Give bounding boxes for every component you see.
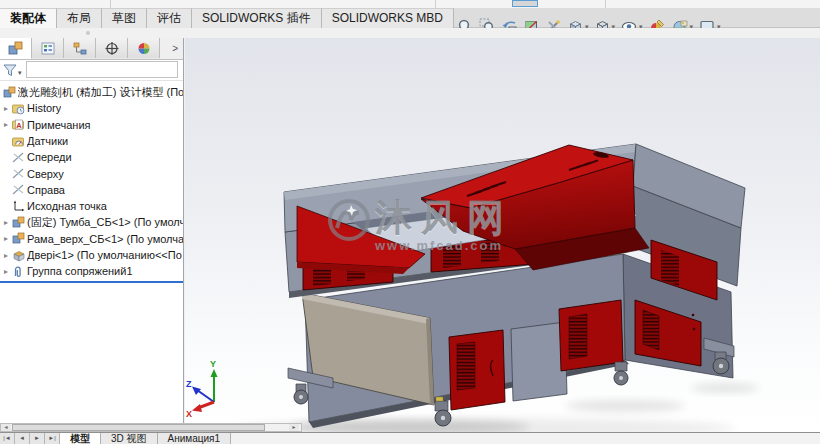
expand-arrow-icon[interactable]: ▸ [0, 267, 12, 276]
tab-model[interactable]: 模型 [60, 433, 101, 444]
tree-item-label: Датчики [27, 135, 68, 147]
triad-z-label: Z [186, 379, 192, 389]
caster-hub [441, 416, 445, 420]
tree-item-door-part[interactable]: ▸ Двері<1> (По умолчанию<<По [0, 247, 183, 263]
filter-funnel-icon[interactable] [3, 63, 17, 77]
tree-item-label: 激光雕刻机 (精加工) 设计模型 (По ум [18, 85, 183, 100]
model-shadow [565, 400, 685, 412]
plane-icon [12, 167, 27, 180]
door-handle [692, 314, 695, 317]
splitter-handle[interactable] [86, 31, 90, 35]
caster-bracket [436, 397, 443, 401]
vent-louvers [661, 250, 679, 286]
filter-input[interactable] [26, 61, 178, 78]
model-shadow [691, 383, 759, 393]
filter-caret[interactable]: ▾ [18, 69, 22, 77]
divider [110, 0, 111, 8]
toolbar-button-partial[interactable] [512, 0, 538, 7]
door-louvers [643, 310, 659, 350]
tree-item-top-plane[interactable]: Сверху [0, 165, 183, 181]
caster-fork [435, 401, 448, 411]
tab-solidworks-mbd[interactable]: SOLIDWORKS MBD [322, 8, 454, 28]
document-tab-bar: |◄ ◄ ► ►| 模型 3D 视图 Анимация1 [0, 432, 820, 444]
tree-item-mates-group[interactable]: ▸ Группа сопряжений1 [0, 263, 183, 279]
tab-animation1[interactable]: Анимация1 [158, 433, 232, 444]
door-handle [693, 328, 696, 331]
dimxpertmanager-tab[interactable] [96, 38, 128, 58]
tree-item-label: Исходная точка [27, 200, 107, 212]
mates-group-paperclip-icon [12, 265, 27, 278]
tree-item-origin[interactable]: Исходная точка [0, 198, 183, 214]
commandmanager-tab-bar: 装配体 布局 草图 评估 SOLIDWORKS 插件 SOLIDWORKS MB… [0, 8, 820, 28]
expand-arrow-icon[interactable]: ▸ [0, 104, 12, 113]
cabinet-door-gray-middle [511, 322, 567, 401]
featuremanager-panel: > ▾ 激光雕刻机 (精加工) 设计模型 (По ум ▸ History [0, 38, 184, 423]
expand-arrow-icon[interactable]: ▸ [0, 120, 12, 129]
scroll-right-arrow[interactable]: ► [289, 424, 299, 431]
toolbar-gap-strip [0, 28, 820, 38]
tab-layout[interactable]: 布局 [57, 8, 102, 28]
tree-item-sensors[interactable]: Датчики [0, 133, 183, 149]
origin-icon [12, 200, 27, 213]
triad-x-label: X [186, 409, 192, 419]
triad-y-label: Y [210, 359, 216, 369]
tab-evaluate[interactable]: 评估 [147, 8, 192, 28]
tree-item-label: (固定) Тумба_СБ<1> (По умолчан [27, 215, 183, 230]
tree-root-item[interactable]: 激光雕刻机 (精加工) 设计模型 (По ум [0, 84, 183, 100]
tree-item-annotations[interactable]: ▸ A Примечания [0, 117, 183, 133]
history-folder-icon [12, 102, 27, 115]
caster-hub [719, 364, 723, 368]
tree-item-label: Сверху [27, 168, 64, 180]
plane-icon [12, 151, 27, 164]
scrollbar-thumb[interactable] [12, 424, 265, 431]
svg-text:A: A [16, 121, 22, 130]
feature-tree: 激光雕刻机 (精加工) 设计模型 (По ум ▸ History ▸ A Пр… [0, 84, 183, 280]
cabinet-door-red-right [559, 300, 623, 371]
configurationmanager-tab[interactable] [64, 38, 96, 58]
graphics-area[interactable]: Y Z X 沐风网 www.mfcad.com [185, 38, 820, 432]
tree-item-label: Группа сопряжений1 [27, 265, 133, 277]
tree-item-history[interactable]: ▸ History [0, 100, 183, 116]
tree-filter-row: ▾ [0, 59, 183, 81]
tab-nav-first[interactable]: |◄ [0, 433, 15, 444]
annotations-folder-icon: A [12, 118, 27, 131]
expand-arrow-icon[interactable]: ▸ [0, 251, 12, 260]
tab-nav-prev[interactable]: ◄ [15, 433, 30, 444]
door-louvers [569, 314, 587, 359]
scroll-left-arrow[interactable]: ◄ [1, 424, 11, 431]
tree-item-label: Двері<1> (По умолчанию<<По [27, 249, 182, 261]
solidworks-window: 装配体 布局 草图 评估 SOLIDWORKS 插件 SOLIDWORKS MB… [0, 0, 820, 444]
rollback-bar[interactable] [0, 281, 183, 283]
tab-assembly[interactable]: 装配体 [0, 8, 57, 28]
tab-sketch[interactable]: 草图 [102, 8, 147, 28]
tree-item-rama-assembly[interactable]: ▸ Рама_верх_СБ<1> (По умолчани [0, 231, 183, 247]
tree-item-label: Примечания [27, 119, 91, 131]
tab-3d-views[interactable]: 3D 视图 [101, 433, 158, 444]
panel-tab-strip: > [0, 38, 183, 60]
tree-item-label: Рама_верх_СБ<1> (По умолчани [27, 233, 183, 245]
assembly-icon [12, 232, 27, 245]
tree-horizontal-scrollbar[interactable]: ◄ ► [0, 423, 302, 432]
door-louvers [457, 342, 475, 390]
expand-arrow-icon[interactable]: ▸ [0, 218, 12, 227]
assembly-icon [12, 216, 27, 229]
tab-solidworks-addins[interactable]: SOLIDWORKS 插件 [192, 8, 322, 28]
tab-nav-next[interactable]: ► [30, 433, 45, 444]
panel-tab-overflow-chevron[interactable]: > [160, 38, 183, 59]
featuremanager-tree-tab[interactable] [0, 38, 32, 59]
caster-fork [615, 362, 627, 371]
tree-item-tumba-assembly[interactable]: ▸ (固定) Тумба_СБ<1> (По умолчан [0, 214, 183, 230]
sensors-folder-icon [12, 135, 27, 148]
caster-hub [619, 376, 623, 380]
expand-arrow-icon[interactable]: ▸ [0, 234, 12, 243]
displaymanager-tab[interactable] [128, 38, 160, 58]
part-icon [12, 249, 27, 262]
caster-hub [299, 395, 303, 399]
assembly-icon [3, 86, 18, 99]
tree-item-right-plane[interactable]: Справа [0, 182, 183, 198]
3d-model-canvas[interactable]: Y Z X [185, 38, 820, 432]
tab-nav-last[interactable]: ►| [45, 433, 60, 444]
tree-item-front-plane[interactable]: Спереди [0, 149, 183, 165]
propertymanager-tab[interactable] [32, 38, 64, 58]
divider [605, 0, 606, 8]
